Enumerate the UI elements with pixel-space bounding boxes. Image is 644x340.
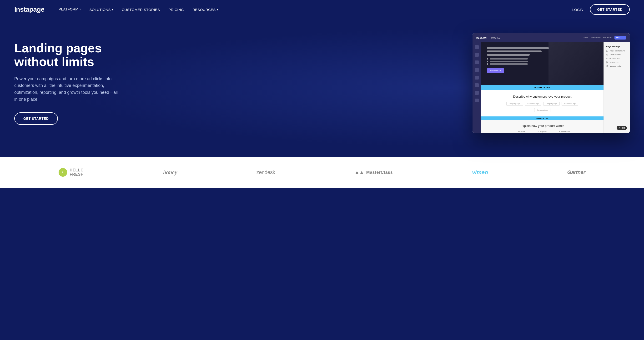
editor-body: Primary CTA INSERT BLOCK Describe why cu… [472, 42, 630, 133]
save-button[interactable]: SAVE [584, 37, 588, 39]
masterclass-icon: ▲▲ [354, 169, 364, 176]
mockup-bullet-3 [487, 63, 598, 65]
version-history-icon: ↺ [606, 65, 608, 67]
chevron-down-icon: ▾ [112, 8, 113, 11]
mockup-bullet-2 [487, 61, 598, 62]
sidebar-icon-7[interactable] [475, 91, 479, 95]
brands-strip: HELLOFRESH honey zendesk ▲▲ MasterClass … [0, 157, 644, 188]
default-fonts-icon: A [606, 53, 608, 56]
step-label-2: 2. Step two [533, 130, 552, 132]
mockup-logos-row-2: CompanyLogo [487, 108, 598, 112]
bullet-dot [487, 58, 488, 60]
get-started-nav-button[interactable]: GET STARTED [590, 4, 630, 15]
mockup-logos-title: Describe why customers love your product [487, 95, 598, 98]
bullet-line [490, 58, 528, 60]
editor-right-panel: Page settings ☐ Page Background A Defaul… [604, 42, 630, 133]
sidebar-icon-2[interactable] [475, 53, 479, 57]
insert-block-2[interactable]: INSERT BLOCK [481, 116, 604, 120]
nav-item-pricing[interactable]: PRICING [168, 8, 184, 12]
panel-item-4[interactable]: () Javascript [606, 61, 627, 63]
bullet-line [490, 63, 528, 65]
sidebar-icon-8[interactable] [475, 98, 479, 102]
hero-subtitle: Power your campaigns and turn more ad cl… [14, 76, 119, 103]
mockup-logos-section: Describe why customers love your product… [481, 90, 604, 116]
sidebar-icon-1[interactable] [475, 45, 479, 49]
mockup-step-2: 2. Step two [533, 130, 552, 133]
company-logo-4: Company Logo [562, 102, 578, 106]
panel-title: Page settings [606, 45, 627, 48]
mockup-explain-section: Explain how your product works 1. Step o… [481, 120, 604, 133]
editor-toolbar: DESKTOP MOBILE SAVE COMMENT PREVIEW UPDA… [472, 33, 630, 42]
mockup-explain-title: Explain how your product works [487, 124, 598, 128]
logo[interactable]: Instapage [14, 6, 44, 13]
mockup-text-2 [487, 50, 542, 52]
mockup-hero-section: Primary CTA [481, 42, 604, 85]
mockup-text-3 [487, 54, 530, 56]
company-logo-2: Company Logo [525, 102, 541, 106]
nav-item-resources[interactable]: RESOURCES ▾ [192, 8, 218, 12]
zendesk-name: zendesk [256, 169, 275, 176]
company-logo-5: CompanyLogo [534, 108, 550, 112]
mockup-logos-row: Company Logo Company Logo Company Logo C… [487, 102, 598, 106]
mockup-steps: 1. Step one 2. Step two 3. Step three [487, 130, 598, 133]
javascript-icon: () [606, 61, 608, 63]
help-icon: ? [618, 127, 620, 129]
insert-block-1[interactable]: INSERT BLOCK [481, 85, 604, 90]
panel-item-5[interactable]: ↺ Version history [606, 65, 627, 67]
nav-item-customer-stories[interactable]: CUSTOMER STORIES [122, 8, 160, 12]
browser-mockup: DESKTOP MOBILE SAVE COMMENT PREVIEW UPDA… [472, 33, 630, 133]
comment-button[interactable]: COMMENT [591, 37, 601, 39]
login-button[interactable]: LOGIN [572, 8, 584, 12]
mockup-bullets [487, 58, 598, 65]
sidebar-icon-3[interactable] [475, 60, 479, 64]
update-button[interactable]: UPDATE [614, 36, 626, 40]
editor-sidebar [472, 42, 481, 133]
honey-name: honey [163, 169, 177, 176]
brand-vimeo: vimeo [472, 169, 488, 176]
nav-item-platform[interactable]: PLATFORM ▾ [58, 7, 81, 12]
tab-desktop[interactable]: DESKTOP [476, 37, 488, 39]
mockup-text-1 [487, 47, 549, 49]
hero-cta-button[interactable]: GET STARTED [14, 112, 58, 125]
gartner-name: Gartner [567, 169, 586, 176]
brand-zendesk: zendesk [256, 169, 275, 176]
sidebar-icon-6[interactable] [475, 83, 479, 87]
chevron-down-icon: ▾ [80, 8, 81, 10]
panel-item-2[interactable]: A Default fonts [606, 53, 627, 56]
sidebar-icon-4[interactable] [475, 68, 479, 72]
mockup-step-3: 3. Step three [555, 130, 574, 133]
editor-canvas: Primary CTA INSERT BLOCK Describe why cu… [481, 42, 604, 133]
hero-section: Landing pages without limits Power your … [0, 19, 644, 157]
chevron-down-icon: ▾ [217, 8, 218, 11]
brand-honey: honey [163, 169, 177, 176]
editor-actions: SAVE COMMENT PREVIEW UPDATE [584, 36, 626, 40]
brand-gartner: Gartner [567, 169, 586, 176]
panel-item-3[interactable]: </> HTML/CSS [606, 57, 627, 60]
tab-mobile[interactable]: MOBILE [491, 37, 500, 39]
masterclass-name: MasterClass [366, 170, 393, 175]
html-css-icon: </> [606, 57, 608, 60]
nav-links: PLATFORM ▾ SOLUTIONS ▾ CUSTOMER STORIES … [58, 7, 572, 12]
editor-tabs: DESKTOP MOBILE [476, 37, 500, 39]
vimeo-name: vimeo [472, 169, 488, 176]
panel-item-label-3: HTML/CSS [610, 58, 620, 60]
hero-title: Landing pages without limits [14, 42, 124, 68]
nav-right: LOGIN GET STARTED [572, 4, 630, 15]
bullet-dot [487, 63, 488, 65]
bullet-dot [487, 61, 488, 62]
help-button[interactable]: ? Help [616, 126, 627, 130]
mockup-bullet-1 [487, 58, 598, 60]
panel-item-label-1: Page Background [610, 50, 625, 52]
hero-right: DESKTOP MOBILE SAVE COMMENT PREVIEW UPDA… [133, 33, 630, 133]
hellofresh-icon [58, 168, 67, 177]
hero-left: Landing pages without limits Power your … [14, 42, 133, 125]
sidebar-icon-5[interactable] [475, 76, 479, 80]
nav-item-solutions[interactable]: SOLUTIONS ▾ [89, 8, 113, 12]
mockup-text-content: Primary CTA [487, 47, 598, 73]
panel-item-1[interactable]: ☐ Page Background [606, 50, 627, 52]
navigation: Instapage PLATFORM ▾ SOLUTIONS ▾ CUSTOME… [0, 0, 644, 19]
brand-hellofresh: HELLOFRESH [58, 168, 84, 177]
hellofresh-name: HELLOFRESH [70, 168, 84, 176]
brand-masterclass: ▲▲ MasterClass [354, 169, 393, 176]
preview-button[interactable]: PREVIEW [603, 37, 612, 39]
